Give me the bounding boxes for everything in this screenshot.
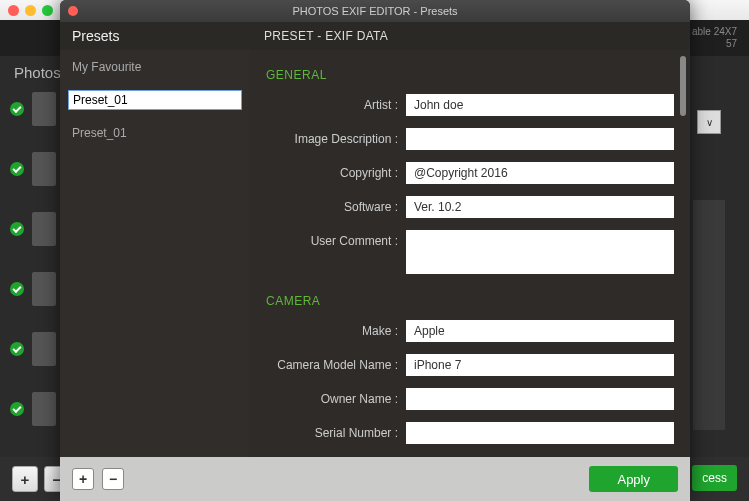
input-make[interactable] — [406, 320, 674, 342]
preset-list: My Favourite Preset_01 — [60, 50, 250, 457]
input-imgdesc[interactable] — [406, 128, 674, 150]
detail-header-label: PRESET - EXIF DATA — [250, 29, 690, 43]
modal-title: PHOTOS EXIF EDITOR - Presets — [60, 5, 690, 17]
check-icon — [10, 282, 24, 296]
input-artist[interactable] — [406, 94, 674, 116]
modal-footer: + − Apply — [60, 457, 690, 501]
bg-dropdown-button[interactable]: ∨ — [697, 110, 721, 134]
label-make: Make : — [266, 320, 406, 338]
presets-header-label: Presets — [60, 28, 250, 44]
thumbnail — [32, 92, 56, 126]
thumbnail — [32, 152, 56, 186]
section-camera: CAMERA — [266, 286, 674, 320]
bg-thumb-row[interactable] — [10, 392, 56, 426]
bg-right-panel — [693, 200, 725, 430]
preset-item-editing — [60, 84, 250, 116]
check-icon — [10, 162, 24, 176]
row-owner: Owner Name : — [266, 388, 674, 410]
row-copyright: Copyright : — [266, 162, 674, 184]
row-artist: Artist : — [266, 94, 674, 116]
presets-modal: PHOTOS EXIF EDITOR - Presets Presets PRE… — [60, 0, 690, 501]
bg-minimize-dot[interactable] — [25, 5, 36, 16]
scrollbar[interactable] — [680, 56, 686, 116]
bg-thumb-row[interactable] — [10, 332, 56, 366]
check-icon — [10, 342, 24, 356]
bg-close-dot[interactable] — [8, 5, 19, 16]
input-owner[interactable] — [406, 388, 674, 410]
bg-thumb-row[interactable] — [10, 272, 56, 306]
section-general: GENERAL — [266, 60, 674, 94]
thumbnail — [32, 392, 56, 426]
row-model: Camera Model Name : — [266, 354, 674, 376]
preset-item-favourite[interactable]: My Favourite — [60, 50, 250, 84]
bg-zoom-dot[interactable] — [42, 5, 53, 16]
chevron-down-icon: ∨ — [706, 117, 713, 128]
check-icon — [10, 102, 24, 116]
modal-header: Presets PRESET - EXIF DATA — [60, 22, 690, 50]
bg-thumb-row[interactable] — [10, 212, 56, 246]
input-copyright[interactable] — [406, 162, 674, 184]
row-imgdesc: Image Description : — [266, 128, 674, 150]
label-owner: Owner Name : — [266, 388, 406, 406]
row-serial: Serial Number : — [266, 422, 674, 444]
row-make: Make : — [266, 320, 674, 342]
apply-button[interactable]: Apply — [589, 466, 678, 492]
label-copyright: Copyright : — [266, 162, 406, 180]
thumbnail — [32, 212, 56, 246]
detail-panel: GENERAL Artist : Image Description : Cop… — [250, 50, 690, 457]
check-icon — [10, 402, 24, 416]
bg-photos-heading: Photos — [14, 64, 61, 81]
check-icon — [10, 222, 24, 236]
label-usercomment: User Comment : — [266, 230, 406, 248]
bg-process-button[interactable]: cess — [692, 465, 737, 491]
add-preset-button[interactable]: + — [72, 468, 94, 490]
input-serial[interactable] — [406, 422, 674, 444]
modal-titlebar: PHOTOS EXIF EDITOR - Presets — [60, 0, 690, 22]
label-serial: Serial Number : — [266, 422, 406, 440]
bg-add-button[interactable]: + — [12, 466, 38, 492]
input-software[interactable] — [406, 196, 674, 218]
remove-preset-button[interactable]: − — [102, 468, 124, 490]
input-model[interactable] — [406, 354, 674, 376]
bg-thumb-row[interactable] — [10, 152, 56, 186]
thumbnail — [32, 332, 56, 366]
row-usercomment: User Comment : — [266, 230, 674, 274]
textarea-usercomment[interactable] — [406, 230, 674, 274]
bg-header-right: able 24X757 — [692, 26, 737, 50]
bg-thumbnail-list — [10, 92, 56, 426]
label-model: Camera Model Name : — [266, 354, 406, 372]
row-software: Software : — [266, 196, 674, 218]
thumbnail — [32, 272, 56, 306]
label-artist: Artist : — [266, 94, 406, 112]
modal-body: My Favourite Preset_01 GENERAL Artist : … — [60, 50, 690, 457]
label-software: Software : — [266, 196, 406, 214]
preset-item[interactable]: Preset_01 — [60, 116, 250, 150]
label-imgdesc: Image Description : — [266, 128, 406, 146]
preset-name-input[interactable] — [68, 90, 242, 110]
bg-thumb-row[interactable] — [10, 92, 56, 126]
